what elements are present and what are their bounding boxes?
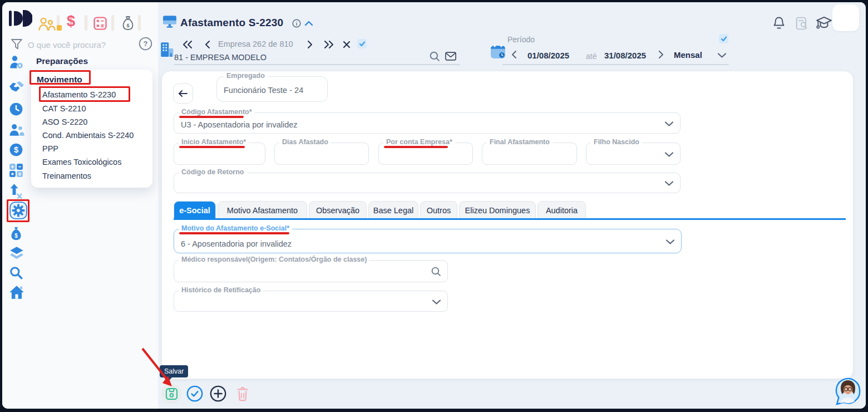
tab-active-underline [174,218,846,220]
dollar-circle-icon[interactable]: $ [9,143,24,158]
user-avatar-placeholder[interactable] [832,4,859,31]
filho-nascido-field[interactable]: Filho Nascido [586,143,680,165]
last-record-icon[interactable] [324,41,334,48]
chevron-down-icon[interactable] [665,181,673,186]
dollar-icon[interactable]: $ [67,13,75,30]
back-button[interactable] [173,84,193,104]
trash-icon [235,386,250,402]
tab-elizeu-domingues[interactable]: Elizeu Domingues [459,201,536,219]
historico-retificacao-label: Histórico de Retificação [179,286,263,295]
field-search-icon[interactable] [431,267,441,276]
inicio-afastamento-field[interactable]: Início Afastamento* [174,143,265,165]
brand-logo[interactable] [8,10,32,27]
svg-text:$: $ [126,23,129,28]
search-rail-icon[interactable] [9,266,24,281]
medico-responsavel-label: Médico responsável(Origem: Contatos/Órgã… [179,256,369,264]
menu-title-movimento[interactable]: Movimento [37,75,82,85]
inicio-afastamento-label: Início Afastamento* [179,138,249,146]
empregado-label: Empregado [224,72,268,80]
codigo-retorno-label: Código de Retorno [179,168,247,176]
add-button[interactable] [210,385,226,402]
period-mode-chevron-icon[interactable] [718,53,726,58]
chevron-down-icon[interactable] [665,121,673,126]
tab-base-legal[interactable]: Base Legal [368,201,418,219]
form-card: Empregado Funcionário Teste - 24 Código … [161,71,854,379]
codigo-afastamento-field[interactable]: Código Afastamento* U3 - Aposentadoria p… [174,112,680,134]
chevron-down-icon[interactable] [666,239,674,244]
people-group-icon[interactable] [9,122,24,138]
sidebar-item-cond-ambientais[interactable]: Cond. Ambientais S-2240 [42,131,134,140]
period-next-icon[interactable] [658,51,664,58]
sidebar-item-treinamentos[interactable]: Treinamentos [42,171,91,180]
tab-outros[interactable]: Outros [420,201,457,219]
bell-icon[interactable] [772,16,786,30]
building-icon [160,41,174,57]
company-name: 81 - EMPRESA MODELO [174,53,267,62]
delete-button[interactable] [235,386,250,402]
sidebar-item-afastamento[interactable]: Afastamento S-2230 [42,90,116,99]
period-start-date[interactable]: 01/08/2025 [527,51,569,60]
money-bag-icon[interactable]: $ [121,16,135,31]
motivo-afastamento-esocial-value: 6 - Aposentadoria por invalidez [181,239,292,248]
company-filter-checkbox[interactable] [357,39,367,48]
handshake-icon[interactable] [9,80,24,96]
support-chat-avatar[interactable] [835,376,861,408]
sidebar-item-cat[interactable]: CAT S-2210 [42,104,86,113]
chevron-down-icon[interactable] [665,152,673,157]
first-record-icon[interactable] [183,41,193,48]
dias-afastado-field[interactable]: Dias Afastado [274,143,369,165]
company-search-icon[interactable] [430,51,440,61]
tab-esocial[interactable]: e-Social [174,201,216,219]
people-icon[interactable] [36,16,58,31]
sidebar-popup-menu: Movimento Afastamento S-2230 CAT S-2210 … [31,70,152,188]
help-icon[interactable]: ? [139,37,152,51]
envelope-icon[interactable] [445,52,456,61]
clear-filter-icon[interactable] [343,41,351,48]
period-label: Período [507,35,535,44]
svg-text:$: $ [14,145,18,154]
info-icon[interactable]: i [292,19,301,28]
filter-icon[interactable] [11,38,23,51]
codigo-afastamento-label: Código Afastamento* [179,108,255,116]
period-mode-select[interactable]: Mensal [674,50,702,60]
period-checkbox[interactable] [719,34,728,43]
period-end-date[interactable]: 31/08/2025 [604,51,646,60]
tab-auditoria[interactable]: Auditoria [537,201,586,219]
app-surface: $ $ ? Preparações Movimento Afastamento … [2,2,866,409]
sidebar-item-aso[interactable]: ASO S-2220 [42,117,87,126]
collapse-chevron-up-icon[interactable] [304,21,313,26]
gear-icon[interactable] [9,202,27,219]
svg-text:?: ? [144,40,148,48]
home-icon[interactable] [9,285,24,301]
motivo-afastamento-esocial-field[interactable]: Motivo do Afastamento e-Social* 6 - Apos… [174,229,682,253]
money-bag-blue-icon[interactable]: $ [9,226,24,242]
sidebar-item-ppp[interactable]: PPP [42,144,58,153]
medico-responsavel-field[interactable]: Médico responsável(Origem: Contatos/Órgã… [174,260,448,282]
tab-observacao[interactable]: Observação [309,201,367,219]
sidebar-item-exames[interactable]: Exames Toxicológicos [42,158,121,166]
search-input[interactable] [27,37,132,52]
prev-record-icon[interactable] [205,41,210,48]
codigo-retorno-field[interactable]: Código de Retorno [174,173,680,193]
next-record-icon[interactable] [307,41,313,48]
empregado-value: Funcionário Teste - 24 [224,86,303,95]
person-up-icon[interactable] [9,183,24,199]
notification-dot [57,25,62,31]
person-gear-icon[interactable] [9,55,24,70]
document-search-icon[interactable] [796,17,808,30]
calculator-blue-icon[interactable] [9,163,24,179]
motivo-afastamento-esocial-label: Motivo do Afastamento e-Social* [179,224,292,233]
graduation-cap-icon[interactable] [816,16,832,30]
clock-icon[interactable] [9,102,24,117]
layers-icon[interactable] [9,246,24,262]
chevron-down-icon[interactable] [432,300,441,305]
empregado-field[interactable]: Empregado Funcionário Teste - 24 [216,76,328,102]
plus-circle-icon [210,385,226,402]
por-conta-empresa-field[interactable]: Por conta Empresa* [378,143,473,165]
period-prev-icon[interactable] [511,51,517,58]
calculator-icon[interactable] [93,17,107,30]
historico-retificacao-field[interactable]: Histórico de Retificação [174,291,448,312]
confirm-button[interactable] [186,385,203,402]
tab-motivo-afastamento[interactable]: Motivo Afastamento [218,201,307,219]
final-afastamento-field[interactable]: Final Afastamento [482,143,577,165]
